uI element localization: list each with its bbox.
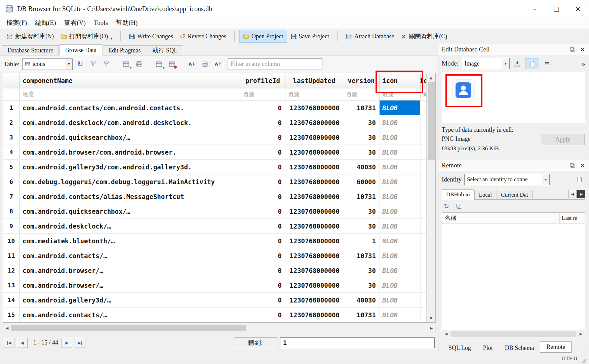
save-project-button[interactable]: Save Project [287, 30, 332, 43]
close-panel-icon[interactable]: × [580, 161, 585, 169]
cell-lastUpdated[interactable]: 1230768000000 [285, 100, 343, 115]
column-header-componentName[interactable]: componentName [20, 73, 240, 88]
cell-componentName[interactable]: com.android.contacts/alias.MessageShortc… [20, 189, 240, 204]
close-database-button[interactable]: × 關閉資料庫(C) [397, 30, 450, 43]
cell-profileId[interactable]: 0 [240, 278, 285, 292]
filter-lastUpdated[interactable]: 過濾 [285, 88, 343, 100]
column-header-partial[interactable]: ic [421, 73, 426, 88]
cell-lastUpdated[interactable]: 1230768000000 [285, 145, 343, 159]
cell-profileId[interactable]: 0 [240, 130, 285, 145]
tab-scroll-left-icon[interactable]: ◀ [568, 190, 577, 198]
delete-record-button[interactable] [166, 58, 178, 70]
cell-profileId[interactable]: 0 [240, 189, 285, 204]
attach-database-button[interactable]: Attach Database [342, 30, 397, 43]
cell-profileId[interactable]: 0 [240, 308, 285, 322]
edit-filters-button[interactable] [101, 58, 112, 70]
column-header-profileId[interactable]: profileId [240, 73, 285, 88]
column-header-lastUpdated[interactable]: lastUpdated [285, 73, 343, 88]
close-button[interactable]: × [567, 0, 589, 17]
print-button[interactable] [133, 58, 145, 70]
cell-icon[interactable]: BLOB [380, 130, 421, 145]
cell-icon[interactable]: BLOB [380, 293, 421, 307]
next-record-button[interactable]: ▶ [62, 338, 72, 348]
last-record-button[interactable]: ▶| [75, 338, 85, 348]
cell-icon[interactable]: BLOB [380, 248, 421, 263]
word-wrap-button[interactable]: ≡ [541, 58, 553, 69]
tab-database-structure[interactable]: Database Structure [2, 45, 59, 55]
cell-profileId[interactable]: 0 [240, 248, 285, 263]
cell-version[interactable]: 30 [343, 263, 380, 278]
cell-componentName[interactable]: com.android.quicksearchbox/… [20, 130, 240, 145]
cell-icon[interactable]: BLOB [380, 204, 421, 218]
sort-asc-button[interactable]: A↓ [186, 58, 198, 70]
cell-icon[interactable]: BLOB [380, 174, 421, 189]
tab-execute-sql[interactable]: 執行 SQL [147, 45, 183, 55]
cell-componentName[interactable]: com.android.browser/com.android.browser. [20, 145, 240, 159]
close-panel-icon[interactable]: × [580, 45, 585, 53]
cell-lastUpdated[interactable]: 1230768000000 [285, 263, 343, 278]
cell-profileId[interactable]: 0 [240, 204, 285, 218]
chevron-down-icon[interactable]: ▾ [542, 174, 549, 185]
dock-tab-remote[interactable]: Remote [540, 341, 572, 353]
filter-version[interactable]: 過濾 [343, 88, 380, 100]
cell-lastUpdated[interactable]: 1230768000000 [285, 293, 343, 307]
horizontal-scrollbar[interactable]: ◀ ▶ [3, 324, 436, 332]
tab-edit-pragmas[interactable]: Edit Pragmas [103, 45, 147, 55]
fetch-data-button[interactable] [199, 58, 211, 70]
chevron-down-icon[interactable]: ▾ [502, 58, 509, 69]
cell-lastUpdated[interactable]: 1230768000000 [285, 234, 343, 248]
identity-select[interactable]: Select an identity to conne ▾ [464, 174, 550, 185]
cell-profileId[interactable]: 0 [240, 174, 285, 189]
scroll-right-icon[interactable]: ▶ [577, 330, 585, 338]
revert-changes-button[interactable]: ↺ Revert Changes [176, 30, 230, 43]
goto-record-input[interactable] [280, 337, 435, 348]
export-table-dropdown-icon[interactable]: ▾ [163, 66, 165, 70]
cell-icon[interactable]: BLOB [380, 278, 421, 292]
cell-componentName[interactable]: com.android.gallery3d/com.android.galler… [20, 160, 240, 174]
resize-grip-icon[interactable] [581, 358, 586, 363]
menu-help[interactable]: 幫助(H) [112, 17, 142, 28]
menu-view[interactable]: 查看(V) [60, 17, 90, 28]
cell-componentName[interactable]: com.android.contacts/… [20, 308, 240, 322]
vertical-scrollbar[interactable]: ▲ ▼ [426, 73, 435, 322]
scroll-down-icon[interactable]: ▼ [427, 314, 435, 322]
remote-horizontal-scrollbar[interactable]: ◀ ▶ [442, 330, 585, 338]
first-record-button[interactable]: |◀ [4, 338, 14, 348]
menu-tools[interactable]: Tools [90, 18, 112, 28]
tab-browse-data[interactable]: Browse Data [59, 44, 102, 55]
cell-componentName[interactable]: com.android.contacts/com.android.contact… [20, 100, 240, 115]
insert-record-button[interactable]: ▾ [120, 58, 132, 70]
cell-lastUpdated[interactable]: 1230768000000 [285, 130, 343, 145]
identity-file-button[interactable] [574, 174, 585, 185]
cell-icon[interactable]: BLOB [380, 100, 421, 115]
remote-table-body[interactable] [442, 224, 585, 330]
import-data-button[interactable] [512, 58, 523, 69]
cell-icon[interactable]: BLOB [380, 115, 421, 130]
cell-componentName[interactable]: com.android.contacts/… [20, 248, 240, 263]
cell-icon[interactable]: BLOB [380, 308, 421, 322]
remote-scrollbar-thumb[interactable] [451, 331, 576, 337]
cell-profileId[interactable]: 0 [240, 219, 285, 233]
remote-refresh-button[interactable]: ↻ [442, 202, 451, 210]
cell-componentName[interactable]: com.mediatek.bluetooth/… [20, 234, 240, 248]
cell-icon[interactable]: BLOB [380, 160, 421, 174]
cell-icon[interactable]: BLOB [380, 145, 421, 159]
cell-profileId[interactable]: 0 [240, 145, 285, 159]
cell-version[interactable]: 10731 [343, 189, 380, 204]
cell-version[interactable]: 30 [343, 145, 380, 159]
cell-version[interactable]: 40030 [343, 293, 380, 307]
cell-lastUpdated[interactable]: 1230768000000 [285, 204, 343, 218]
scroll-up-icon[interactable]: ▲ [427, 73, 435, 82]
encoding-label[interactable]: UTF-8 [561, 355, 577, 362]
cell-lastUpdated[interactable]: 1230768000000 [285, 174, 343, 189]
text-view-button[interactable] [525, 58, 539, 69]
refresh-button[interactable]: ↻ [74, 58, 86, 70]
previous-record-button[interactable]: ◀ [17, 338, 28, 348]
goto-button[interactable]: 轉到: [234, 337, 277, 348]
cell-lastUpdated[interactable]: 1230768000000 [285, 160, 343, 174]
cell-componentName[interactable]: com.android.quicksearchbox/… [20, 204, 240, 218]
cell-componentName[interactable]: com.android.deskclock/… [20, 219, 240, 233]
new-database-button[interactable]: 新建資料庫(N) [3, 30, 57, 43]
remote-column-last-modified[interactable]: Last m [559, 213, 585, 223]
cell-version[interactable]: 10731 [343, 308, 380, 322]
